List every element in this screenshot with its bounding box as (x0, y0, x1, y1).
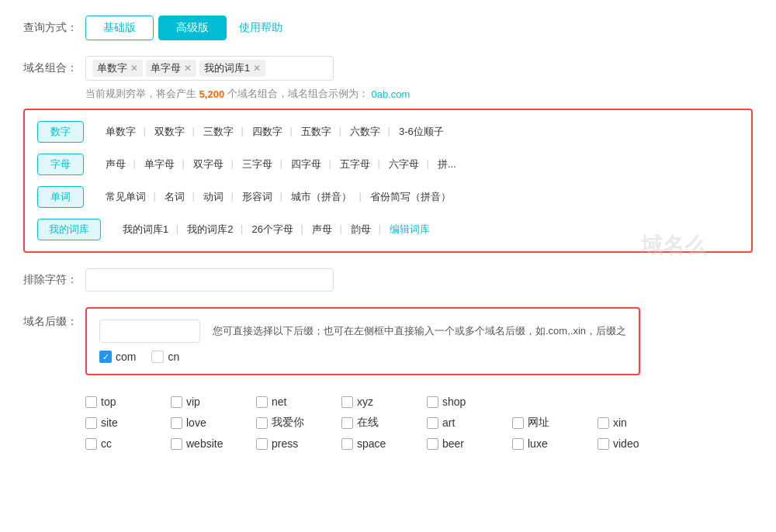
cat-adjective[interactable]: 形容词 (233, 190, 282, 204)
cat-triple-digit[interactable]: 三数字 (194, 125, 243, 139)
cat-four-digit[interactable]: 四数字 (243, 125, 292, 139)
basic-mode-button[interactable]: 基础版 (85, 16, 154, 40)
checkbox-vip[interactable] (171, 396, 182, 408)
cat-city-pinyin[interactable]: 城市（拼音） (282, 190, 361, 204)
cat-six-letter[interactable]: 六字母 (379, 157, 428, 171)
cat-province-pinyin[interactable]: 省份简写（拼音） (361, 190, 460, 204)
suffix-cn-label: cn (168, 351, 179, 363)
suffix-cb-com[interactable]: com (99, 351, 136, 363)
help-link[interactable]: 使用帮助 (239, 21, 282, 35)
suffix-item-site[interactable]: site (85, 416, 171, 429)
suffix-item-top[interactable]: top (85, 396, 171, 408)
domain-combo-label: 域名组合： (23, 61, 85, 75)
advanced-mode-button[interactable]: 高级版 (158, 16, 227, 40)
checkbox-video[interactable] (598, 438, 609, 450)
suffix-input[interactable] (99, 320, 200, 343)
category-btn-word[interactable]: 单词 (37, 186, 84, 208)
suffix-iloveyou-label: 我爱你 (272, 416, 304, 430)
checkbox-space[interactable] (341, 438, 353, 450)
suffix-item-love[interactable]: love (171, 416, 256, 429)
cat-yunmu[interactable]: 韵母 (341, 223, 380, 237)
suffix-item-luxe[interactable]: luxe (512, 437, 598, 450)
cat-edit-lib[interactable]: 编辑词库 (380, 223, 439, 237)
cat-noun[interactable]: 名词 (155, 190, 194, 204)
exclude-row: 排除字符： (23, 268, 753, 292)
suffix-item-press[interactable]: press (256, 437, 341, 450)
cat-single-digit[interactable]: 单数字 (96, 125, 145, 139)
tag-close-icon[interactable]: ✕ (184, 63, 192, 74)
cat-four-letter[interactable]: 四字母 (282, 157, 331, 171)
checkbox-beer[interactable] (427, 438, 438, 450)
cat-five-letter[interactable]: 五字母 (331, 157, 379, 171)
cat-pinyin[interactable]: 拼... (428, 157, 466, 171)
cat-single-letter[interactable]: 单字母 (135, 157, 184, 171)
checkbox-online[interactable] (341, 417, 353, 429)
checkbox-top[interactable] (85, 396, 97, 408)
tag-single-letter[interactable]: 单字母 ✕ (146, 60, 196, 77)
checkbox-iloveyou[interactable] (256, 417, 268, 429)
suffix-item-website[interactable]: website (171, 437, 256, 450)
suffix-item-vip[interactable]: vip (171, 396, 256, 408)
checkbox-love[interactable] (171, 417, 182, 429)
tag-close-icon[interactable]: ✕ (253, 63, 261, 74)
cat-consonant[interactable]: 声母 (96, 157, 135, 171)
cat-six-digit[interactable]: 六数字 (341, 125, 390, 139)
checkbox-cc[interactable] (85, 438, 97, 450)
suffix-item-online[interactable]: 在线 (341, 416, 427, 430)
query-mode-row: 查询方式： 基础版 高级版 使用帮助 (23, 16, 753, 40)
cat-triple-letter[interactable]: 三字母 (233, 157, 282, 171)
suffix-top-label: top (101, 396, 116, 408)
cat-double-digit[interactable]: 双数字 (145, 125, 194, 139)
cat-mylib2[interactable]: 我的词库2 (178, 223, 242, 237)
cat-double-letter[interactable]: 双字母 (184, 157, 233, 171)
checkbox-shop[interactable] (427, 396, 438, 408)
suffix-item-cc[interactable]: cc (85, 437, 171, 450)
suffix-item-net[interactable]: net (256, 396, 341, 408)
suffix-item-webaddr[interactable]: 网址 (512, 416, 598, 430)
suffix-section-wrapper: 域名后缀： 您可直接选择以下后缀；也可在左侧框中直接输入一个或多个域名后缀，如.… (23, 307, 753, 450)
suffix-item-beer[interactable]: beer (427, 437, 512, 450)
suffix-webaddr-label: 网址 (528, 416, 549, 430)
checkbox-net[interactable] (256, 396, 268, 408)
cat-mylib1[interactable]: 我的词库1 (113, 223, 178, 237)
checkbox-xin[interactable] (598, 417, 609, 429)
cat-shengmu[interactable]: 声母 (303, 223, 341, 237)
checkbox-webaddr[interactable] (512, 417, 524, 429)
cat-26letters[interactable]: 26个字母 (242, 223, 302, 237)
suffix-item-space[interactable]: space (341, 437, 427, 450)
suffix-item-video[interactable]: video (598, 437, 683, 450)
cat-verb[interactable]: 动词 (194, 190, 233, 204)
suffix-cb-cn[interactable]: cn (151, 351, 179, 363)
suffix-item-xyz[interactable]: xyz (341, 396, 427, 408)
exclude-input[interactable] (85, 268, 334, 292)
domain-combo-row: 域名组合： 单数字 ✕ 单字母 ✕ 我的词库1 ✕ (23, 56, 753, 81)
checkbox-cn[interactable] (151, 351, 164, 363)
checkbox-art[interactable] (427, 417, 438, 429)
domain-combo-tags[interactable]: 单数字 ✕ 单字母 ✕ 我的词库1 ✕ (85, 56, 334, 81)
tag-single-digit[interactable]: 单数字 ✕ (92, 60, 143, 77)
tag-my-lib1[interactable]: 我的词库1 ✕ (199, 60, 265, 77)
category-btn-number[interactable]: 数字 (37, 121, 84, 143)
cat-sequence[interactable]: 3-6位顺子 (390, 125, 453, 139)
category-btn-mylib[interactable]: 我的词库 (37, 219, 101, 240)
suffix-online-label: 在线 (357, 416, 379, 430)
category-row-letter: 字母 声母 单字母 双字母 三字母 四字母 五字母 六字母 拼... (37, 154, 739, 175)
hint-text: 当前规则穷举，将会产生 (85, 87, 196, 101)
checkbox-press[interactable] (256, 438, 268, 450)
tag-close-icon[interactable]: ✕ (130, 63, 138, 74)
checkbox-website[interactable] (171, 438, 182, 450)
suffix-item-art[interactable]: art (427, 416, 512, 429)
suffix-input-row: 您可直接选择以下后缀；也可在左侧框中直接输入一个或多个域名后缀，如.com,.x… (99, 320, 626, 343)
checkbox-site[interactable] (85, 417, 97, 429)
suffix-item-shop[interactable]: shop (427, 396, 512, 408)
checkbox-luxe[interactable] (512, 438, 524, 450)
checkbox-xyz[interactable] (341, 396, 353, 408)
suffix-item-iloveyou[interactable]: 我爱你 (256, 416, 341, 430)
suffix-item-xin[interactable]: xin (598, 416, 683, 429)
suffix-main: 您可直接选择以下后缀；也可在左侧框中直接输入一个或多个域名后缀，如.com,.x… (85, 307, 683, 450)
category-btn-letter[interactable]: 字母 (37, 154, 84, 175)
checkbox-com[interactable] (99, 351, 112, 363)
category-row-word: 单词 常见单词 名词 动词 形容词 城市（拼音） 省份简写（拼音） (37, 186, 739, 208)
cat-five-digit[interactable]: 五数字 (292, 125, 341, 139)
cat-common-word[interactable]: 常见单词 (96, 190, 155, 204)
